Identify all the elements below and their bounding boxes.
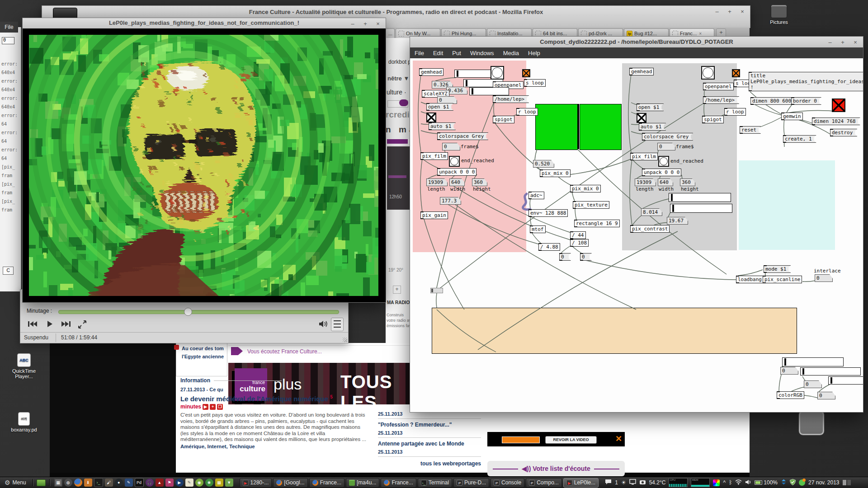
taskbar-window-compo-[interactable]: PCompo...: [526, 478, 562, 488]
launcher-package-installer-icon[interactable]: ⬇: [84, 479, 92, 487]
pd-bang-22[interactable]: [449, 156, 460, 167]
pd-message--home-lep-[interactable]: /home/lep>: [493, 95, 529, 103]
pd-number-19309[interactable]: 19309: [635, 178, 656, 186]
pd-number-0[interactable]: 0: [657, 143, 675, 150]
add-icon[interactable]: +: [210, 404, 216, 410]
sidebar-purple-pill[interactable]: [399, 99, 408, 106]
taskbar-window-console[interactable]: PConsole: [491, 478, 524, 488]
pd-toggle-48[interactable]: [732, 69, 740, 77]
launcher-pure-data-icon[interactable]: Pd: [135, 478, 144, 487]
pd-message-create-1[interactable]: create, 1: [783, 135, 816, 143]
replay-close-icon[interactable]: ✕: [615, 434, 622, 444]
pd-menu-help[interactable]: Help: [528, 50, 540, 56]
workspace-switcher[interactable]: [843, 480, 851, 485]
console-number-box[interactable]: 0: [2, 37, 14, 44]
pd-hslider-70[interactable]: [669, 193, 731, 202]
taskbar-windows[interactable]: ▶1280-...[Googl...France...[ma4u...Franc…: [240, 478, 599, 488]
minimize-button[interactable]: –: [826, 39, 834, 46]
pd-object--108[interactable]: / 108: [570, 239, 589, 247]
gem-window-buttons[interactable]: –+×: [349, 20, 382, 27]
launcher-ardour-icon[interactable]: ▲: [156, 479, 164, 487]
taskbar-window-france-[interactable]: France...: [381, 478, 416, 488]
pd-message-dimen-800-600[interactable]: dimen 800 600: [750, 97, 796, 105]
pd-message--home-lep-[interactable]: /home/lep>: [703, 96, 739, 104]
pd-object-gemhead[interactable]: gemhead: [419, 68, 443, 76]
pd-number-8.014[interactable]: 8.014: [641, 208, 662, 216]
revoir-button[interactable]: REVOIR LA VIDEO: [545, 436, 597, 444]
pd-message-auto-$1[interactable]: auto $1: [429, 122, 456, 130]
volume-icon[interactable]: [316, 319, 330, 330]
pd-window-buttons[interactable]: –+×: [826, 39, 859, 46]
pd-menubar[interactable]: FileEditPutWindowsMediaHelp: [410, 47, 863, 58]
resize-grip[interactable]: [343, 338, 347, 342]
playlist-box[interactable]: ◀)) Votre liste d'écoute: [487, 461, 625, 476]
pd-console-window-fragment[interactable]: File 0 error: 640x4 error: 640x4 error: …: [0, 27, 21, 291]
cpu-graph[interactable]: CPU: [669, 478, 688, 487]
minute-icons[interactable]: ▶+❒: [201, 404, 223, 410]
pd-menu-edit[interactable]: Edit: [433, 50, 443, 56]
news-card[interactable]: Au coeur des tom l'Egypte ancienne: [176, 343, 227, 376]
pd-hslider-1[interactable]: [454, 70, 495, 78]
pd-number-0[interactable]: 0: [804, 380, 822, 388]
launcher-firefox-icon[interactable]: [74, 479, 82, 487]
desktop-icon-pictures[interactable]: Pictures: [763, 5, 795, 25]
wifi-icon[interactable]: [735, 479, 742, 486]
play-button[interactable]: [43, 319, 57, 330]
pd-number-0[interactable]: 0: [780, 367, 798, 375]
pd-hslider-94[interactable]: [828, 376, 863, 385]
pd-object--4.88[interactable]: / 4.88: [538, 243, 560, 251]
pd-message-colorspace-grey[interactable]: colorspace Grey: [642, 133, 693, 141]
pd-object-env~-128-888[interactable]: env~ 128 888: [528, 209, 568, 217]
news-item-title[interactable]: Antenne partagée avec Le Monde: [378, 441, 481, 447]
pd-object-gemhead[interactable]: gemhead: [629, 68, 654, 75]
taskbar[interactable]: ⚙Menu ▦◍⬇›_🖌●✎Pd🎧▲⚑▶✎◉❀▩▼ ▶1280-...[Goog…: [0, 477, 868, 488]
launcher-green-app-icon[interactable]: ❀: [205, 479, 213, 487]
pd-object-r-loop[interactable]: r loop: [724, 108, 746, 116]
pd-toggle-53[interactable]: [637, 113, 646, 123]
pd-message-colorspace-grey[interactable]: colorspace Grey: [437, 132, 488, 140]
fullscreen-button[interactable]: [75, 319, 89, 330]
pd-region-green-left[interactable]: [535, 104, 578, 150]
launcher-flag-app-icon[interactable]: ⚑: [165, 479, 174, 487]
taskbar-window-pure-d-[interactable]: PPure-D...: [453, 478, 489, 488]
pd-object-unpack-0-0-0[interactable]: unpack 0 0 0: [642, 169, 681, 176]
pd-hslider-10[interactable]: [469, 87, 509, 95]
pd-number-177.3[interactable]: 177.3: [440, 197, 461, 205]
pd-number-0[interactable]: 0: [817, 392, 835, 399]
pd-titlebar[interactable]: Compost_dydlo2222222.pd - /home/lepole/B…: [410, 37, 863, 47]
pd-object-pix-film[interactable]: pix_film: [630, 153, 658, 160]
pd-number-0[interactable]: 0: [437, 96, 457, 104]
chat-icon[interactable]: [605, 479, 612, 486]
pd-object-spigot[interactable]: spigot: [493, 116, 514, 123]
pd-message-title[interactable]: title LeP0le_plays_medias_fighting_for_i…: [749, 72, 863, 91]
pd-object-pix-scanline[interactable]: pix_scanline: [763, 276, 802, 283]
display-icon[interactable]: [629, 479, 636, 486]
pd-toggle-78[interactable]: [832, 99, 845, 112]
pd-object-pix-film[interactable]: pix_film: [420, 152, 448, 160]
launcher-terminal-icon[interactable]: ›_: [94, 478, 103, 487]
tab-close-icon[interactable]: ×: [699, 31, 702, 36]
pd-menu-put[interactable]: Put: [452, 50, 461, 56]
pd-number-19.67[interactable]: 19.67: [667, 217, 688, 225]
pd-object-loadbang[interactable]: loadbang: [736, 276, 764, 283]
pd-region-green-right[interactable]: [580, 104, 622, 150]
taskbar-window--googl-[interactable]: [Googl...: [273, 478, 307, 488]
pd-menu-windows[interactable]: Windows: [470, 50, 494, 56]
bluetooth-icon[interactable]: ᛒ: [729, 479, 732, 486]
pd-object-mtof[interactable]: mtof: [530, 225, 546, 233]
close-button[interactable]: ×: [374, 20, 382, 27]
pd-window[interactable]: Compost_dydlo2222222.pd - /home/lepole/B…: [410, 36, 863, 413]
launcher-paint-tool-icon[interactable]: ✎: [125, 479, 133, 487]
shield-icon[interactable]: [790, 479, 796, 487]
pd-object-s-loop[interactable]: s loop: [524, 79, 546, 87]
pd-hslider-72[interactable]: [670, 204, 732, 213]
pd-bang-47[interactable]: [701, 66, 715, 80]
next-button[interactable]: [59, 319, 73, 330]
pd-number-19309[interactable]: 19309: [426, 178, 448, 186]
webreportages-link[interactable]: tous les webreportages: [378, 460, 481, 467]
pd-object--44[interactable]: / 44: [570, 231, 586, 239]
pd-message-border-0[interactable]: border 0: [791, 97, 821, 105]
launcher-calculator-icon[interactable]: ▦: [54, 479, 62, 487]
launcher-glitch-app-icon[interactable]: ▩: [215, 479, 223, 487]
system-tray[interactable]: 1 ☀ 54.2°C CPU MEM ^ ᛒ 100% 27 nov. 2013: [605, 478, 850, 487]
